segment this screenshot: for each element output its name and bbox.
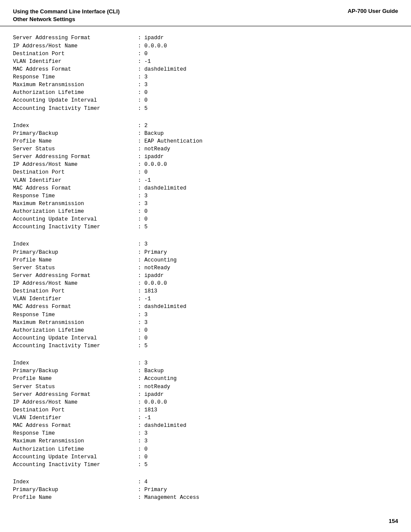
table-row: MAC Address Format: dashdelimited	[13, 65, 398, 73]
table-row: Accounting Inactivity Timer: 5	[13, 342, 398, 350]
row-label: Authorization Lifetime	[13, 89, 138, 96]
row-label: Accounting Inactivity Timer	[13, 342, 138, 350]
row-label: Profile Name	[13, 137, 138, 145]
table-row: Primary/Backup: Backup	[13, 367, 398, 375]
row-value: : ipaddr	[138, 272, 398, 280]
row-value: : dashdelimited	[138, 65, 398, 73]
table-row: Accounting Update Interval: 0	[13, 215, 398, 223]
row-label: VLAN Identifier	[13, 58, 138, 65]
table-row: VLAN Identifier: -1	[13, 58, 398, 65]
table-row: Authorization Lifetime: 0	[13, 208, 398, 215]
row-value: : 0	[138, 50, 398, 58]
row-label: VLAN Identifier	[13, 295, 138, 303]
table-row: Accounting Inactivity Timer: 5	[13, 461, 398, 469]
row-value: : ipaddr	[138, 391, 398, 398]
row-label: MAC Address Format	[13, 303, 138, 311]
row-value: : Accounting	[138, 375, 398, 383]
row-label: Maximum Retransmission	[13, 319, 138, 327]
table-row: VLAN Identifier: -1	[13, 414, 398, 422]
row-value: : 0	[138, 215, 398, 223]
row-value: : -1	[138, 414, 398, 422]
row-value: : 0	[138, 208, 398, 215]
row-value: : -1	[138, 177, 398, 184]
table-row: Server Status: notReady	[13, 145, 398, 153]
table-row: Server Status: notReady	[13, 264, 398, 272]
row-value: : 0	[138, 168, 398, 176]
row-value: : 3	[138, 200, 398, 208]
row-value: : EAP Authentication	[138, 137, 398, 145]
table-row: Authorization Lifetime: 0	[13, 445, 398, 453]
table-row: Profile Name: Management Access	[13, 494, 398, 501]
row-value: : ipaddr	[138, 153, 398, 161]
row-label: Server Addressing Format	[13, 391, 138, 398]
table-row: Index: 3	[13, 240, 398, 248]
table-row: VLAN Identifier: -1	[13, 295, 398, 303]
row-label: MAC Address Format	[13, 422, 138, 429]
table-row: Server Addressing Format: ipaddr	[13, 272, 398, 280]
row-value: : 0.0.0.0	[138, 161, 398, 168]
table-row: MAC Address Format: dashdelimited	[13, 422, 398, 429]
table-row: Authorization Lifetime: 0	[13, 89, 398, 96]
row-label: Accounting Inactivity Timer	[13, 105, 138, 112]
row-label: Authorization Lifetime	[13, 327, 138, 334]
row-value: : 0	[138, 445, 398, 453]
row-value: : 1813	[138, 406, 398, 414]
row-value: : 3	[138, 319, 398, 327]
row-label: Accounting Update Interval	[13, 453, 138, 461]
row-label: Profile Name	[13, 256, 138, 264]
row-label: Accounting Update Interval	[13, 215, 138, 223]
table-row: Primary/Backup: Primary	[13, 249, 398, 256]
table-row: IP Address/Host Name: 0.0.0.0	[13, 42, 398, 50]
table-row: Index: 2	[13, 122, 398, 130]
row-value: : 5	[138, 105, 398, 112]
table-row: Maximum Retransmission: 3	[13, 200, 398, 208]
row-label: IP Address/Host Name	[13, 398, 138, 406]
row-label: Response Time	[13, 192, 138, 200]
row-value: : 0	[138, 453, 398, 461]
row-value: : 3	[138, 359, 398, 367]
table-row: Primary/Backup: Backup	[13, 130, 398, 137]
table-row: Index: 3	[13, 359, 398, 367]
row-value: : -1	[138, 58, 398, 65]
table-row: Profile Name: EAP Authentication	[13, 137, 398, 145]
row-value: : Backup	[138, 367, 398, 375]
table-row: Primary/Backup: Primary	[13, 486, 398, 494]
row-label: Accounting Inactivity Timer	[13, 461, 138, 469]
row-label: Primary/Backup	[13, 367, 138, 375]
table-row: Maximum Retransmission: 3	[13, 437, 398, 445]
row-label: Maximum Retransmission	[13, 200, 138, 208]
table-row: Accounting Update Interval: 0	[13, 334, 398, 342]
table-row: Server Status: notReady	[13, 383, 398, 391]
row-value: : 0	[138, 96, 398, 104]
row-value: : 0	[138, 89, 398, 96]
row-value: : 2	[138, 122, 398, 130]
row-label: Index	[13, 122, 138, 130]
table-row: Accounting Inactivity Timer: 5	[13, 223, 398, 231]
header-title-line2: Other Network Settings	[13, 16, 120, 23]
table-row: Server Addressing Format: ipaddr	[13, 391, 398, 398]
row-label: Authorization Lifetime	[13, 445, 138, 453]
row-label: Profile Name	[13, 375, 138, 383]
row-label: Server Status	[13, 145, 138, 153]
table-row: Accounting Update Interval: 0	[13, 453, 398, 461]
page-header: Using the Command Line Interface (CLI) O…	[0, 0, 411, 26]
table-row: Destination Port: 0	[13, 50, 398, 58]
row-value: : 3	[138, 192, 398, 200]
row-value: : Backup	[138, 130, 398, 137]
header-right: AP-700 User Guide	[348, 8, 398, 14]
table-row: Response Time: 3	[13, 192, 398, 200]
row-value: : 0	[138, 334, 398, 342]
page-number: 154	[389, 518, 398, 524]
row-value: : 3	[138, 73, 398, 81]
table-row: IP Address/Host Name: 0.0.0.0	[13, 161, 398, 168]
table-row: IP Address/Host Name: 0.0.0.0	[13, 280, 398, 287]
row-label: Response Time	[13, 429, 138, 437]
table-row: MAC Address Format: dashdelimited	[13, 303, 398, 311]
table-row: Accounting Inactivity Timer: 5	[13, 105, 398, 112]
row-value: : 5	[138, 461, 398, 469]
row-value: : 3	[138, 240, 398, 248]
row-value: : Primary	[138, 249, 398, 256]
table-row: Profile Name: Accounting	[13, 256, 398, 264]
row-label: Response Time	[13, 73, 138, 81]
row-label: VLAN Identifier	[13, 414, 138, 422]
